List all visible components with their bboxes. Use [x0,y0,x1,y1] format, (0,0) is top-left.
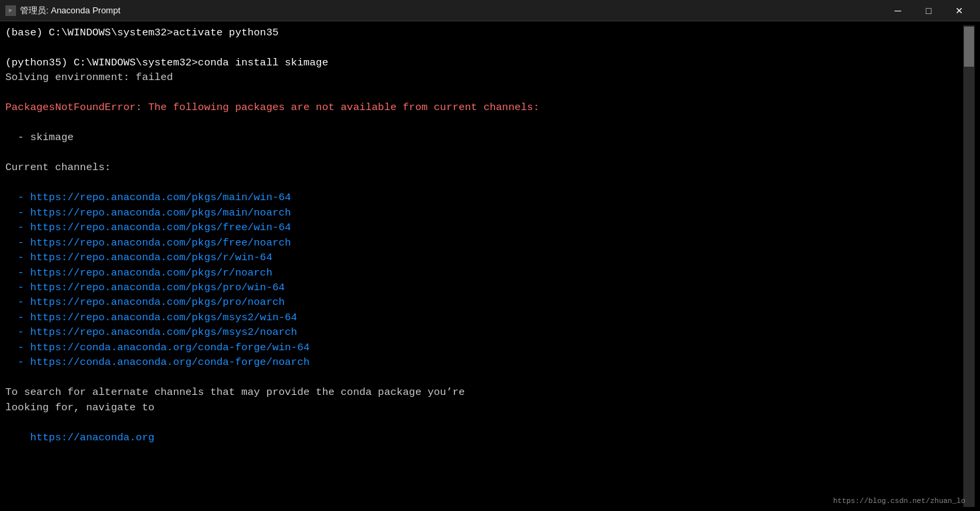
terminal-content: (base) C:\WINDOWS\system32>activate pyth… [0,21,980,511]
scrollbar-thumb[interactable] [964,27,974,67]
minimize-button[interactable]: ─ [883,0,913,21]
scrollbar[interactable] [963,25,975,507]
title-bar: ▶ 管理员: Anaconda Prompt ─ □ ✕ [0,0,980,21]
window-controls: ─ □ ✕ [883,0,975,21]
terminal-output[interactable]: (base) C:\WINDOWS\system32>activate pyth… [5,25,963,507]
window: ▶ 管理员: Anaconda Prompt ─ □ ✕ (base) C:\W… [0,0,980,511]
watermark: https://blog.csdn.net/zhuan_lo [833,496,965,507]
window-title: 管理员: Anaconda Prompt [20,5,883,17]
close-button[interactable]: ✕ [944,0,975,21]
maximize-button[interactable]: □ [913,0,944,21]
app-icon: ▶ [5,5,16,16]
